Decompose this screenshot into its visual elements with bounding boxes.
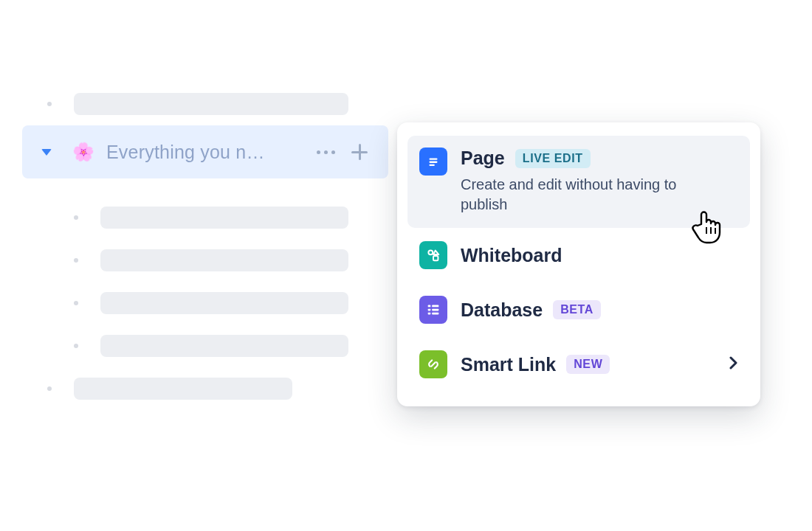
- option-title: Whiteboard: [461, 245, 562, 266]
- svg-rect-8: [428, 309, 431, 311]
- svg-rect-9: [432, 309, 438, 311]
- tree-row-label: Everything you n…: [106, 142, 265, 163]
- beta-badge: BETA: [553, 300, 601, 319]
- placeholder-pill: [100, 292, 348, 314]
- new-badge: NEW: [566, 355, 610, 374]
- placeholder-pill: [100, 206, 348, 229]
- create-smart-link-option[interactable]: Smart Link NEW: [407, 337, 750, 392]
- tree-row-placeholder: [0, 333, 399, 358]
- bullet-icon: [74, 215, 78, 220]
- link-icon: [419, 350, 447, 378]
- option-title: Page: [461, 148, 505, 169]
- tree-row-placeholder: [0, 205, 399, 230]
- bullet-icon: [74, 344, 78, 348]
- chevron-down-icon[interactable]: [41, 149, 52, 156]
- create-page-option[interactable]: Page LIVE EDIT Create and edit without h…: [407, 136, 750, 228]
- create-whiteboard-option[interactable]: Whiteboard: [407, 228, 750, 282]
- placeholder-pill: [74, 378, 292, 400]
- svg-rect-1: [430, 158, 438, 159]
- page-icon: [419, 148, 447, 176]
- more-icon[interactable]: [317, 150, 335, 154]
- svg-rect-6: [428, 305, 431, 308]
- placeholder-pill: [74, 93, 348, 115]
- create-content-popover: Page LIVE EDIT Create and edit without h…: [397, 122, 760, 406]
- svg-rect-5: [433, 256, 438, 260]
- add-child-button[interactable]: [351, 144, 368, 160]
- tree-row-placeholder: [0, 291, 399, 316]
- svg-rect-3: [430, 164, 435, 166]
- svg-rect-7: [432, 305, 438, 308]
- svg-rect-10: [428, 313, 431, 315]
- svg-point-4: [428, 250, 433, 254]
- option-description: Create and edit without having to publis…: [461, 175, 712, 215]
- bullet-icon: [47, 386, 52, 391]
- tree-row-selected[interactable]: 🌸 Everything you n…: [22, 125, 388, 178]
- bullet-icon: [74, 301, 78, 305]
- chevron-right-icon: [729, 356, 738, 372]
- option-title: Smart Link: [461, 354, 556, 375]
- whiteboard-icon: [419, 241, 447, 269]
- tree-row-placeholder: [0, 248, 399, 273]
- placeholder-pill: [100, 335, 348, 357]
- placeholder-pill: [100, 249, 348, 271]
- bullet-icon: [74, 258, 78, 263]
- svg-rect-2: [430, 162, 438, 163]
- create-database-option[interactable]: Database BETA: [407, 282, 750, 337]
- svg-rect-11: [432, 313, 438, 315]
- option-title: Database: [461, 299, 543, 321]
- tree-row-placeholder: [0, 376, 399, 401]
- bullet-icon: [47, 102, 52, 106]
- database-icon: [419, 296, 447, 324]
- tree-row-placeholder: [0, 91, 399, 117]
- page-emoji-icon: 🌸: [72, 142, 94, 162]
- live-edit-badge: LIVE EDIT: [515, 149, 591, 168]
